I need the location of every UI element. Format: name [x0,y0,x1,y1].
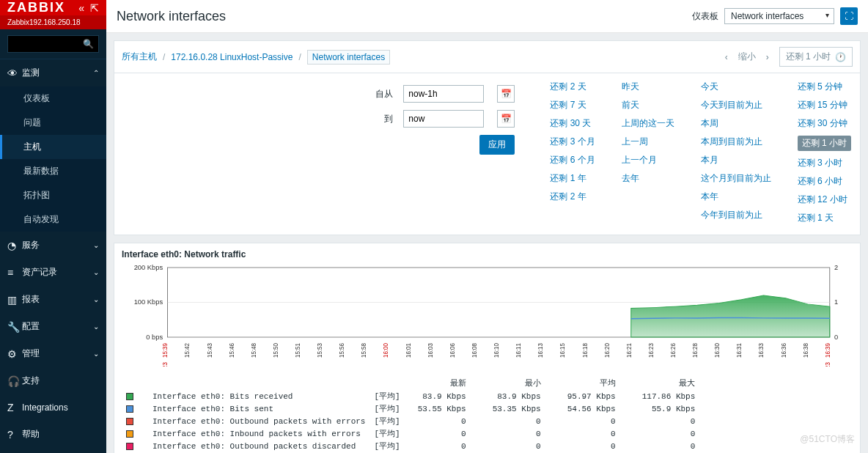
chart-legend: 最新最小平均最大Interface eth0: Bits received[平均… [122,376,853,453]
time-remaining[interactable]: 还剩 1 小时🕐 [779,47,853,67]
chevron-down-icon: ⌄ [93,350,99,358]
sidebar-item-3[interactable]: 最新数据 [0,159,106,183]
from-calendar-icon[interactable]: 📅 [497,85,515,103]
nav-inventory[interactable]: ≡资产记录⌄ [0,259,106,286]
search-input[interactable]: 🔍 [7,35,99,53]
sidebar-item-4[interactable]: 拓扑图 [0,183,106,207]
legend-row: Interface eth0: Inbound packets with err… [122,427,708,440]
chevron-down-icon: ⌄ [93,295,99,303]
time-prev[interactable]: ‹ [725,52,728,62]
z-icon: Z [7,402,22,413]
svg-text:16:18: 16:18 [581,343,588,358]
logo: ZABBIX [7,0,65,15]
page-title: Network interfaces [117,9,226,24]
preset-link[interactable]: 还剩 6 个月 [550,154,595,166]
svg-text:15:46: 15:46 [229,343,235,358]
apply-button[interactable]: 应用 [479,135,515,155]
preset-link[interactable]: 还剩 3 个月 [550,136,595,148]
svg-text:05-23: 05-23 [162,362,169,367]
sidebar-item-2[interactable]: 主机 [0,135,106,159]
preset-link[interactable]: 还剩 12 小时 [798,194,851,206]
preset-link[interactable]: 本月 [701,154,771,166]
from-input[interactable] [403,85,484,103]
headset-icon: 🎧 [7,375,22,387]
preset-link[interactable]: 上一个月 [622,154,674,166]
nav-service[interactable]: ◔服务⌄ [0,232,106,259]
preset-link[interactable]: 去年 [622,172,674,185]
time-presets: 还剩 2 天还剩 7 天还剩 30 天还剩 3 个月还剩 6 个月还剩 1 年还… [550,81,851,224]
preset-link[interactable]: 还剩 1 天 [798,212,851,224]
legend-row: Interface eth0: Bits received[平均]83.9 Kb… [122,390,708,402]
svg-text:16:03: 16:03 [427,343,434,358]
preset-link[interactable]: 今天 [701,81,771,93]
nav-monitor[interactable]: 👁 监测 ⌃ [0,59,106,86]
preset-link[interactable]: 上周的这一天 [622,117,674,130]
nav-usersettings[interactable]: 👤User settings⌄ [0,448,106,453]
nav-support[interactable]: 🎧支持 [0,367,106,394]
preset-link[interactable]: 还剩 1 年 [550,172,595,185]
chart-title: Interface eth0: Network traffic [122,249,853,259]
to-input[interactable] [403,110,484,128]
legend-row: Interface eth0: Outbound packets with er… [122,415,708,427]
time-zoomout[interactable]: 缩小 [738,51,756,63]
sidebar-item-5[interactable]: 自动发现 [0,207,106,232]
breadcrumb: 所有主机 / 172.16.0.28 LinuxHost-Passive / N… [114,41,860,73]
svg-text:16:15: 16:15 [559,343,566,358]
preset-link[interactable]: 还剩 6 小时 [798,175,851,188]
svg-text:16:36: 16:36 [780,343,787,358]
preset-link[interactable]: 还剩 3 小时 [798,157,851,169]
preset-link[interactable]: 还剩 30 天 [550,117,595,130]
svg-text:0: 0 [834,334,838,341]
preset-link[interactable]: 今年到目前为止 [701,209,771,221]
svg-text:16:28: 16:28 [692,343,699,358]
bar-icon: ▥ [7,294,22,306]
crumb-all-hosts[interactable]: 所有主机 [122,51,157,63]
preset-link[interactable]: 这个月到目前为止 [701,172,771,185]
popout-icon[interactable]: ⇱ [90,2,99,14]
chevron-down-icon: ⌄ [93,268,99,276]
crumb-host[interactable]: 172.16.0.28 LinuxHost-Passive [171,52,293,62]
preset-link[interactable]: 还剩 2 天 [550,81,595,93]
preset-link[interactable]: 今天到目前为止 [701,99,771,111]
preset-link[interactable]: 还剩 2 年 [550,191,595,203]
nav-config[interactable]: 🔧配置⌄ [0,313,106,340]
preset-link[interactable]: 本周到目前为止 [701,136,771,148]
svg-text:16:20: 16:20 [604,343,611,358]
svg-text:16:30: 16:30 [714,343,721,358]
svg-text:200 Kbps: 200 Kbps [134,264,163,271]
sidebar: ZABBIX « ⇱ Zabbix192.168.250.18 🔍 👁 监测 ⌃… [0,0,106,453]
dashboards-label: 仪表板 [692,10,718,23]
svg-text:15:58: 15:58 [361,343,367,358]
nav-help[interactable]: ?帮助 [0,421,106,448]
fullscreen-button[interactable]: ⛶ [840,7,858,25]
to-calendar-icon[interactable]: 📅 [497,110,515,128]
list-icon: ≡ [7,267,22,279]
dashboard-select[interactable]: Network interfaces [724,8,834,24]
sidebar-header: ZABBIX « ⇱ [0,0,106,15]
preset-link[interactable]: 本周 [701,117,771,130]
nav-integrations[interactable]: ZIntegrations [0,394,106,421]
preset-link[interactable]: 还剩 5 分钟 [798,81,851,93]
svg-text:2: 2 [834,264,838,271]
collapse-icon[interactable]: « [78,2,84,14]
nav-admin[interactable]: ⚙管理⌄ [0,340,106,367]
search-icon: 🔍 [83,39,94,49]
server-label: Zabbix192.168.250.18 [0,15,106,29]
svg-text:16:39: 16:39 [825,343,831,358]
nav-reports[interactable]: ▥报表⌄ [0,286,106,313]
to-label: 到 [371,107,397,130]
time-next[interactable]: › [766,52,769,62]
preset-link[interactable]: 昨天 [622,81,674,93]
preset-link[interactable]: 上一周 [622,136,674,148]
preset-link[interactable]: 还剩 15 分钟 [798,99,851,111]
sidebar-item-0[interactable]: 仪表板 [0,86,106,111]
preset-link[interactable]: 前天 [622,99,674,111]
sidebar-item-1[interactable]: 问题 [0,111,106,135]
preset-link[interactable]: 还剩 30 分钟 [798,117,851,130]
crumb-current: Network interfaces [307,50,390,65]
preset-link[interactable]: 还剩 1 小时 [798,136,851,151]
preset-link[interactable]: 还剩 7 天 [550,99,595,111]
svg-text:16:08: 16:08 [471,343,478,358]
preset-link[interactable]: 本年 [701,191,771,203]
svg-text:16:31: 16:31 [736,343,743,358]
